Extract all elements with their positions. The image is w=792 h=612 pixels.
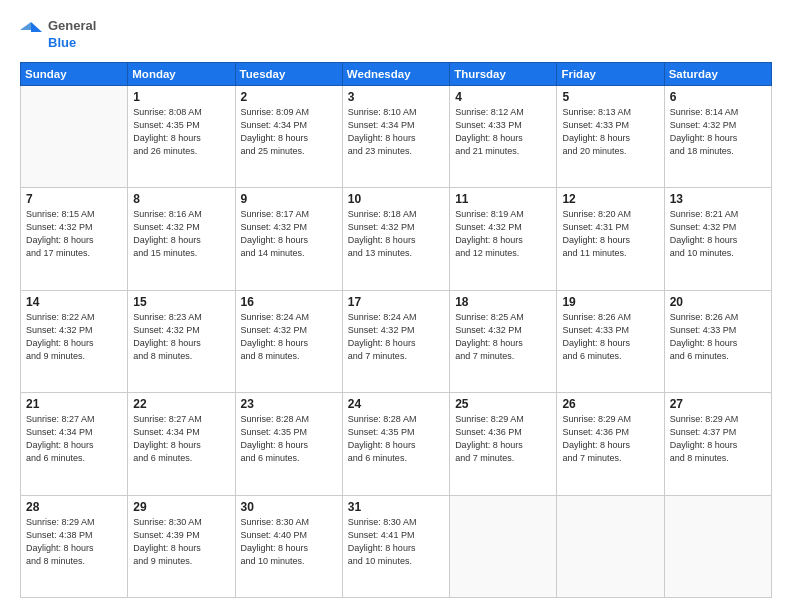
day-number: 21 [26, 397, 122, 411]
day-number: 14 [26, 295, 122, 309]
calendar-cell: 22Sunrise: 8:27 AM Sunset: 4:34 PM Dayli… [128, 393, 235, 495]
calendar-week-1: 1Sunrise: 8:08 AM Sunset: 4:35 PM Daylig… [21, 85, 772, 187]
day-number: 27 [670, 397, 766, 411]
day-number: 2 [241, 90, 337, 104]
day-info: Sunrise: 8:16 AM Sunset: 4:32 PM Dayligh… [133, 208, 229, 260]
calendar-cell: 16Sunrise: 8:24 AM Sunset: 4:32 PM Dayli… [235, 290, 342, 392]
calendar-cell [664, 495, 771, 597]
calendar-cell: 23Sunrise: 8:28 AM Sunset: 4:35 PM Dayli… [235, 393, 342, 495]
day-info: Sunrise: 8:08 AM Sunset: 4:35 PM Dayligh… [133, 106, 229, 158]
calendar-cell: 29Sunrise: 8:30 AM Sunset: 4:39 PM Dayli… [128, 495, 235, 597]
calendar-cell: 12Sunrise: 8:20 AM Sunset: 4:31 PM Dayli… [557, 188, 664, 290]
day-number: 16 [241, 295, 337, 309]
day-info: Sunrise: 8:22 AM Sunset: 4:32 PM Dayligh… [26, 311, 122, 363]
svg-marker-1 [20, 22, 31, 30]
calendar-cell: 14Sunrise: 8:22 AM Sunset: 4:32 PM Dayli… [21, 290, 128, 392]
calendar-cell: 9Sunrise: 8:17 AM Sunset: 4:32 PM Daylig… [235, 188, 342, 290]
day-info: Sunrise: 8:28 AM Sunset: 4:35 PM Dayligh… [241, 413, 337, 465]
calendar-cell: 26Sunrise: 8:29 AM Sunset: 4:36 PM Dayli… [557, 393, 664, 495]
day-info: Sunrise: 8:30 AM Sunset: 4:40 PM Dayligh… [241, 516, 337, 568]
day-number: 11 [455, 192, 551, 206]
day-info: Sunrise: 8:15 AM Sunset: 4:32 PM Dayligh… [26, 208, 122, 260]
day-number: 7 [26, 192, 122, 206]
day-info: Sunrise: 8:29 AM Sunset: 4:38 PM Dayligh… [26, 516, 122, 568]
day-number: 10 [348, 192, 444, 206]
col-header-wednesday: Wednesday [342, 62, 449, 85]
day-info: Sunrise: 8:21 AM Sunset: 4:32 PM Dayligh… [670, 208, 766, 260]
day-info: Sunrise: 8:24 AM Sunset: 4:32 PM Dayligh… [241, 311, 337, 363]
day-info: Sunrise: 8:27 AM Sunset: 4:34 PM Dayligh… [133, 413, 229, 465]
day-number: 25 [455, 397, 551, 411]
calendar-cell: 15Sunrise: 8:23 AM Sunset: 4:32 PM Dayli… [128, 290, 235, 392]
day-number: 20 [670, 295, 766, 309]
day-info: Sunrise: 8:09 AM Sunset: 4:34 PM Dayligh… [241, 106, 337, 158]
day-number: 31 [348, 500, 444, 514]
calendar-cell: 25Sunrise: 8:29 AM Sunset: 4:36 PM Dayli… [450, 393, 557, 495]
day-info: Sunrise: 8:10 AM Sunset: 4:34 PM Dayligh… [348, 106, 444, 158]
logo-general-text: General [48, 18, 96, 35]
calendar-cell: 8Sunrise: 8:16 AM Sunset: 4:32 PM Daylig… [128, 188, 235, 290]
day-info: Sunrise: 8:27 AM Sunset: 4:34 PM Dayligh… [26, 413, 122, 465]
calendar-cell: 27Sunrise: 8:29 AM Sunset: 4:37 PM Dayli… [664, 393, 771, 495]
day-info: Sunrise: 8:13 AM Sunset: 4:33 PM Dayligh… [562, 106, 658, 158]
col-header-tuesday: Tuesday [235, 62, 342, 85]
day-number: 18 [455, 295, 551, 309]
calendar-cell: 28Sunrise: 8:29 AM Sunset: 4:38 PM Dayli… [21, 495, 128, 597]
header: General Blue [20, 18, 772, 52]
day-info: Sunrise: 8:29 AM Sunset: 4:36 PM Dayligh… [455, 413, 551, 465]
day-number: 5 [562, 90, 658, 104]
calendar-cell: 1Sunrise: 8:08 AM Sunset: 4:35 PM Daylig… [128, 85, 235, 187]
calendar-cell: 20Sunrise: 8:26 AM Sunset: 4:33 PM Dayli… [664, 290, 771, 392]
day-number: 3 [348, 90, 444, 104]
day-info: Sunrise: 8:12 AM Sunset: 4:33 PM Dayligh… [455, 106, 551, 158]
col-header-sunday: Sunday [21, 62, 128, 85]
col-header-saturday: Saturday [664, 62, 771, 85]
day-info: Sunrise: 8:17 AM Sunset: 4:32 PM Dayligh… [241, 208, 337, 260]
calendar-cell [557, 495, 664, 597]
day-number: 9 [241, 192, 337, 206]
calendar-cell [21, 85, 128, 187]
calendar-cell: 5Sunrise: 8:13 AM Sunset: 4:33 PM Daylig… [557, 85, 664, 187]
logo-bird-icon [20, 20, 42, 50]
day-number: 6 [670, 90, 766, 104]
calendar-cell: 11Sunrise: 8:19 AM Sunset: 4:32 PM Dayli… [450, 188, 557, 290]
day-number: 26 [562, 397, 658, 411]
day-info: Sunrise: 8:29 AM Sunset: 4:37 PM Dayligh… [670, 413, 766, 465]
calendar-cell: 31Sunrise: 8:30 AM Sunset: 4:41 PM Dayli… [342, 495, 449, 597]
calendar-week-3: 14Sunrise: 8:22 AM Sunset: 4:32 PM Dayli… [21, 290, 772, 392]
day-info: Sunrise: 8:30 AM Sunset: 4:41 PM Dayligh… [348, 516, 444, 568]
day-number: 30 [241, 500, 337, 514]
calendar-cell: 30Sunrise: 8:30 AM Sunset: 4:40 PM Dayli… [235, 495, 342, 597]
calendar-cell: 18Sunrise: 8:25 AM Sunset: 4:32 PM Dayli… [450, 290, 557, 392]
day-number: 13 [670, 192, 766, 206]
svg-marker-0 [31, 22, 42, 32]
page: General Blue SundayMondayTuesdayWednesda… [0, 0, 792, 612]
day-number: 4 [455, 90, 551, 104]
calendar-cell: 24Sunrise: 8:28 AM Sunset: 4:35 PM Dayli… [342, 393, 449, 495]
day-number: 28 [26, 500, 122, 514]
day-number: 24 [348, 397, 444, 411]
day-info: Sunrise: 8:25 AM Sunset: 4:32 PM Dayligh… [455, 311, 551, 363]
calendar-cell: 10Sunrise: 8:18 AM Sunset: 4:32 PM Dayli… [342, 188, 449, 290]
col-header-monday: Monday [128, 62, 235, 85]
day-number: 29 [133, 500, 229, 514]
day-number: 12 [562, 192, 658, 206]
day-info: Sunrise: 8:19 AM Sunset: 4:32 PM Dayligh… [455, 208, 551, 260]
calendar-table: SundayMondayTuesdayWednesdayThursdayFrid… [20, 62, 772, 598]
calendar-cell: 6Sunrise: 8:14 AM Sunset: 4:32 PM Daylig… [664, 85, 771, 187]
logo: General Blue [20, 18, 96, 52]
day-number: 15 [133, 295, 229, 309]
day-number: 22 [133, 397, 229, 411]
calendar-week-4: 21Sunrise: 8:27 AM Sunset: 4:34 PM Dayli… [21, 393, 772, 495]
day-info: Sunrise: 8:26 AM Sunset: 4:33 PM Dayligh… [562, 311, 658, 363]
day-number: 19 [562, 295, 658, 309]
calendar-cell: 7Sunrise: 8:15 AM Sunset: 4:32 PM Daylig… [21, 188, 128, 290]
day-info: Sunrise: 8:26 AM Sunset: 4:33 PM Dayligh… [670, 311, 766, 363]
day-number: 23 [241, 397, 337, 411]
day-number: 1 [133, 90, 229, 104]
day-info: Sunrise: 8:29 AM Sunset: 4:36 PM Dayligh… [562, 413, 658, 465]
day-number: 17 [348, 295, 444, 309]
col-header-thursday: Thursday [450, 62, 557, 85]
calendar-cell: 17Sunrise: 8:24 AM Sunset: 4:32 PM Dayli… [342, 290, 449, 392]
calendar-cell: 4Sunrise: 8:12 AM Sunset: 4:33 PM Daylig… [450, 85, 557, 187]
